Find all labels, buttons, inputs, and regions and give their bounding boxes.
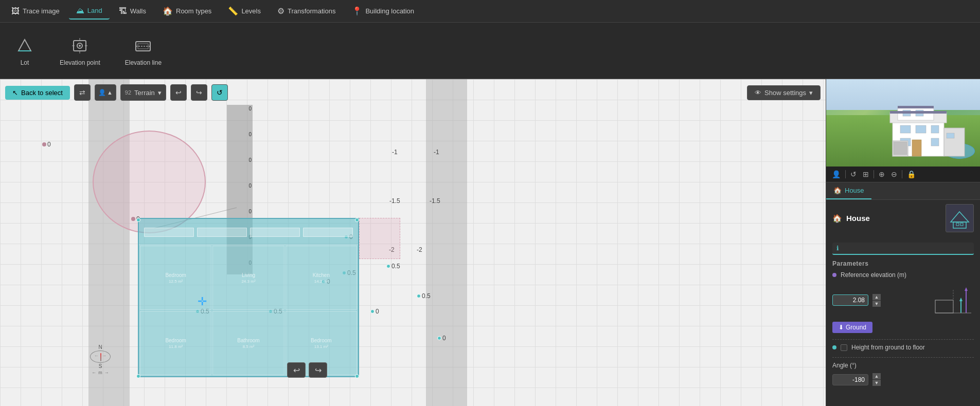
person-icon: 👤 bbox=[98, 89, 106, 96]
compass-north-label: N bbox=[98, 344, 102, 350]
svg-rect-28 bbox=[890, 111, 947, 114]
move-tool[interactable]: ✛ bbox=[194, 294, 210, 309]
compass-distance-start: ← bbox=[92, 370, 96, 375]
elevation-marker bbox=[355, 218, 359, 222]
room-label: Living bbox=[242, 272, 255, 278]
elevation-stepper: ▲ ▼ bbox=[872, 294, 881, 307]
svg-rect-20 bbox=[931, 138, 939, 146]
rotate-view-icon[interactable]: ↺ bbox=[849, 169, 858, 180]
ground-button[interactable]: ⬇ Ground bbox=[832, 322, 872, 333]
tab-trace-image[interactable]: 🖼 Trace image bbox=[4, 4, 67, 19]
show-settings-button[interactable]: 👁 Show settings ▾ bbox=[747, 85, 821, 100]
window bbox=[250, 228, 300, 237]
svg-rect-22 bbox=[944, 128, 965, 156]
info-icon: ℹ bbox=[836, 245, 839, 252]
room-label: Kitchen bbox=[313, 272, 330, 278]
window bbox=[197, 228, 247, 237]
angle-row: Angle (°) bbox=[832, 362, 974, 369]
tool-elevation-point[interactable]: Elevation point bbox=[54, 31, 106, 70]
svg-rect-31 bbox=[953, 222, 966, 228]
terrain-dropdown[interactable]: 92 Terrain ▾ bbox=[120, 84, 166, 101]
house-tab-house[interactable]: 🏠 House bbox=[826, 182, 871, 199]
preview-icon-bar: 👤 ↺ ⊞ ⊕ ⊖ 🔒 bbox=[826, 167, 980, 182]
transformations-icon: ⚙ bbox=[277, 6, 284, 16]
house-3d-svg bbox=[877, 95, 970, 161]
angle-step-down-button[interactable]: ▼ bbox=[872, 380, 881, 386]
ref-elevation-label: Reference elevation (m) bbox=[841, 271, 974, 279]
eye-icon: 👁 bbox=[755, 89, 761, 97]
rooms-grid: Bedroom 12.5 m² Living 24.3 m² Kitchen 1… bbox=[140, 246, 357, 375]
canvas-area[interactable]: 0 0 0 0 0 0 0 ↖ Back to select ⇄ 👤 ▲ 92 … bbox=[0, 79, 826, 406]
separator bbox=[832, 339, 974, 340]
house-icon: 🏠 bbox=[832, 214, 842, 223]
info-tab[interactable]: ℹ bbox=[832, 243, 974, 255]
room-label: Bedroom bbox=[165, 338, 186, 343]
tab-walls[interactable]: 🏗 Walls bbox=[112, 4, 153, 19]
undo-button[interactable]: ↩ bbox=[170, 84, 187, 101]
separator bbox=[874, 170, 874, 178]
elevation-marker bbox=[136, 218, 140, 222]
tab-levels[interactable]: 📏 Levels bbox=[221, 3, 268, 19]
svg-rect-21 bbox=[912, 140, 921, 156]
room-cell: Bathroom 8.5 m² bbox=[212, 311, 284, 375]
dropdown-arrow-icon: ▾ bbox=[158, 89, 162, 97]
prop-dot-teal bbox=[832, 345, 836, 349]
windows-top-row bbox=[144, 222, 353, 243]
svg-rect-29 bbox=[898, 106, 934, 108]
step-up-button[interactable]: ▲ bbox=[872, 294, 881, 300]
chevron-down-icon: ▾ bbox=[809, 89, 813, 97]
ref-elevation-input[interactable] bbox=[832, 294, 868, 306]
gray-strip-right bbox=[426, 79, 467, 406]
main-area: 0 0 0 0 0 0 0 ↖ Back to select ⇄ 👤 ▲ 92 … bbox=[0, 79, 980, 406]
action-bar: ↖ Back to select ⇄ 👤 ▲ 92 Terrain ▾ ↩ ↪ … bbox=[5, 84, 821, 101]
tool-elevation-line[interactable]: Elevation line bbox=[119, 31, 168, 70]
tab-land[interactable]: ⛰ Land bbox=[69, 3, 110, 20]
swap-button[interactable]: ⇄ bbox=[74, 84, 91, 101]
elevation-marker bbox=[355, 374, 359, 378]
svg-rect-16 bbox=[900, 125, 911, 133]
redo-action-button[interactable]: ↪ bbox=[309, 362, 327, 378]
elev-marker-05e: 0.5 bbox=[417, 292, 431, 300]
levels-icon: 📏 bbox=[228, 6, 238, 16]
compass-e-label: → bbox=[102, 353, 106, 358]
elev-marker-neg2b: -2 bbox=[417, 246, 422, 253]
tab-transformations[interactable]: ⚙ Transformations bbox=[270, 3, 343, 19]
room-cell: Kitchen 14.2 m² bbox=[286, 246, 357, 310]
room-cell: Living 24.3 m² bbox=[212, 246, 284, 310]
compass-south-label: S bbox=[99, 363, 102, 369]
elev-marker-neg1a: -1 bbox=[392, 149, 398, 156]
ref-elevation-input-row: ▲ ▼ bbox=[832, 285, 974, 316]
person-view-icon[interactable]: 👤 bbox=[830, 169, 842, 180]
elevation-toggle-button[interactable]: 👤 ▲ bbox=[95, 84, 116, 101]
tab-room-types[interactable]: 🏠 Room types bbox=[155, 3, 219, 19]
zoom-out-icon[interactable]: ⊖ bbox=[889, 169, 899, 180]
svg-rect-34 bbox=[935, 300, 953, 313]
height-from-ground-row: Height from ground to floor bbox=[832, 344, 974, 351]
svg-marker-30 bbox=[951, 212, 969, 222]
lock-icon[interactable]: 🔒 bbox=[905, 169, 917, 180]
grid-view-icon[interactable]: ⊞ bbox=[861, 169, 870, 180]
redo-button[interactable]: ↪ bbox=[191, 84, 207, 101]
terrain-count-label: 92 bbox=[125, 89, 131, 96]
back-to-select-button[interactable]: ↖ Back to select bbox=[5, 86, 70, 100]
tab-building-location[interactable]: 📍 Building location bbox=[345, 3, 421, 19]
undo-action-button[interactable]: ↩ bbox=[287, 362, 306, 378]
elev-marker-0d: 0 bbox=[437, 335, 446, 342]
elev-marker-05d: 0.5 bbox=[386, 263, 400, 270]
properties-panel: ℹ Parameters Reference elevation (m) ▲ ▼ bbox=[826, 236, 980, 406]
building-location-icon: 📍 bbox=[352, 6, 362, 16]
height-from-ground-checkbox[interactable] bbox=[841, 344, 847, 351]
sub-toolbar: Lot Elevation point Elevation line bbox=[0, 23, 980, 79]
svg-rect-33 bbox=[960, 223, 963, 226]
land-icon: ⛰ bbox=[76, 6, 84, 15]
zoom-in-icon[interactable]: ⊕ bbox=[877, 169, 886, 180]
room-area: 11.8 m² bbox=[169, 344, 183, 349]
refresh-button[interactable]: ↺ bbox=[211, 84, 228, 101]
angle-step-up-button[interactable]: ▲ bbox=[872, 373, 881, 379]
tool-lot[interactable]: Lot bbox=[8, 31, 41, 70]
room-types-icon: 🏠 bbox=[163, 6, 173, 16]
svg-rect-32 bbox=[956, 223, 959, 226]
angle-input[interactable] bbox=[832, 374, 868, 385]
step-down-button[interactable]: ▼ bbox=[872, 301, 881, 307]
building-control-buttons: ↩ ↪ bbox=[287, 362, 327, 378]
